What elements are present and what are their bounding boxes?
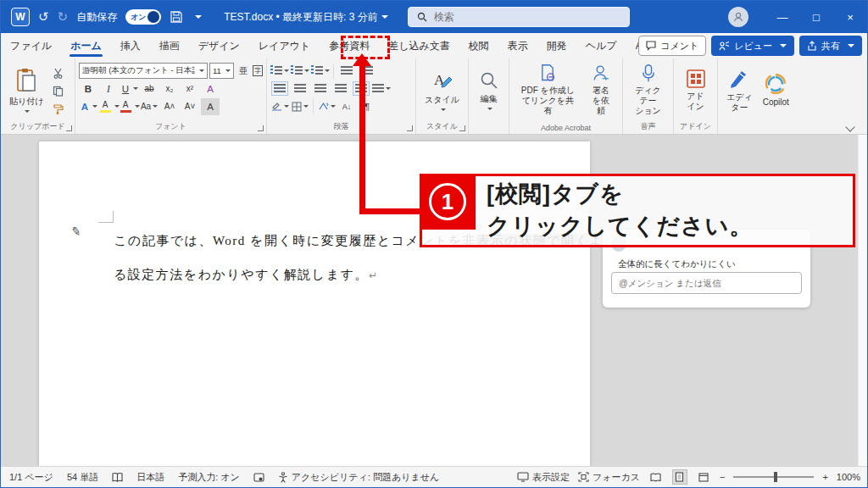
comment-reply-input[interactable]: [611, 272, 802, 294]
align-right-button[interactable]: [311, 80, 330, 97]
align-center-button[interactable]: [291, 80, 309, 97]
track-changes-pen-icon[interactable]: ✎: [70, 224, 82, 239]
redo-button[interactable]: ↻: [58, 9, 69, 25]
proofing-icon[interactable]: [112, 472, 123, 483]
underline-dropdown-icon: [133, 87, 138, 90]
status-bar: 1/1 ページ 54 単語 日本語 予測入力: オン アクセシビリティ: 問題あ…: [1, 466, 867, 487]
styles-button[interactable]: A スタイル: [420, 62, 465, 118]
share-button[interactable]: 共有: [799, 36, 862, 56]
tab-mailings[interactable]: 差し込み文書: [379, 33, 459, 58]
format-painter-button[interactable]: [48, 100, 67, 117]
enclose-characters-button[interactable]: 字: [253, 63, 263, 80]
justify-button[interactable]: [331, 80, 350, 97]
highlight-color-button[interactable]: A: [99, 98, 118, 115]
page-indicator[interactable]: 1/1 ページ: [9, 471, 53, 484]
copy-button[interactable]: [48, 82, 67, 99]
font-dialog-launcher-icon[interactable]: [258, 125, 264, 131]
font-name-select[interactable]: 游明朝 (本文のフォント - 日本語): [79, 63, 208, 79]
recording-icon[interactable]: [253, 472, 264, 483]
subscript-button[interactable]: x₂: [160, 80, 179, 97]
asian-layout-button[interactable]: [317, 98, 336, 115]
zoom-percentage[interactable]: 100%: [837, 472, 860, 482]
tab-home[interactable]: ホーム: [61, 33, 111, 58]
save-icon[interactable]: [170, 10, 183, 24]
paste-button[interactable]: 貼り付け: [4, 62, 48, 118]
web-layout-button[interactable]: [696, 469, 711, 485]
collapse-ribbon-icon[interactable]: [847, 124, 855, 129]
numbered-list-button[interactable]: [291, 63, 309, 80]
align-left-button[interactable]: [270, 80, 289, 97]
document-title[interactable]: TEST.docx • 最終更新日時: 3 分前: [224, 10, 388, 25]
print-layout-button[interactable]: [672, 469, 687, 485]
shading-dropdown-icon: [284, 105, 289, 108]
minimize-button[interactable]: —: [765, 1, 799, 33]
borders-button[interactable]: [291, 98, 309, 115]
accessibility-status[interactable]: アクセシビリティ: 問題ありません: [278, 471, 439, 484]
shrink-font-button[interactable]: A˅: [181, 98, 199, 115]
search-box[interactable]: [408, 7, 630, 27]
cut-button[interactable]: [48, 64, 67, 81]
copilot-button[interactable]: Copilot: [758, 62, 794, 118]
tab-design[interactable]: デザイン: [189, 33, 249, 58]
language-indicator[interactable]: 日本語: [136, 471, 164, 484]
tab-review[interactable]: 校閲: [459, 33, 498, 58]
read-mode-button[interactable]: [648, 469, 664, 485]
addins-button[interactable]: アド イン: [677, 62, 714, 118]
font-color-button[interactable]: A: [120, 98, 138, 115]
grow-font-button[interactable]: A˄: [160, 98, 179, 115]
ruby-button[interactable]: 亜: [236, 63, 251, 80]
strikethrough-button[interactable]: ab: [140, 80, 159, 97]
close-button[interactable]: ×: [833, 1, 867, 33]
clipboard-dialog-launcher-icon[interactable]: [66, 125, 72, 131]
tab-layout[interactable]: レイアウト: [249, 33, 320, 58]
tab-help[interactable]: ヘルプ: [576, 33, 626, 58]
italic-button[interactable]: I: [99, 80, 118, 97]
autosave-toggle[interactable]: オン: [125, 9, 161, 25]
request-signature-button[interactable]: 署名 を依頼: [583, 62, 619, 118]
clear-formatting-button[interactable]: A: [201, 80, 220, 97]
bold-button[interactable]: B: [79, 80, 97, 97]
undo-button[interactable]: ↺: [38, 9, 49, 25]
tab-draw[interactable]: 描画: [150, 33, 189, 58]
vertical-scrollbar[interactable]: [858, 135, 867, 467]
zoom-in-button[interactable]: +: [822, 472, 827, 482]
text-effects-button[interactable]: A: [79, 98, 97, 115]
paragraph-dialog-launcher-icon[interactable]: [407, 125, 413, 131]
change-case-button[interactable]: Aa: [140, 98, 159, 115]
text-prediction-indicator[interactable]: 予測入力: オン: [178, 471, 240, 484]
focus-button[interactable]: フォーカス: [578, 471, 640, 484]
superscript-button[interactable]: x²: [181, 80, 199, 97]
shading-button[interactable]: [270, 98, 289, 115]
underline-button[interactable]: U: [120, 80, 138, 97]
document-line-2[interactable]: る設定方法をわかりやすく解説します。↵: [114, 267, 378, 283]
comments-button[interactable]: コメント: [638, 36, 706, 56]
multilevel-list-button[interactable]: [311, 63, 330, 80]
maximize-button[interactable]: □: [799, 1, 833, 33]
search-input[interactable]: [434, 11, 604, 23]
zoom-slider[interactable]: [733, 476, 814, 478]
dictation-button[interactable]: ディクテー ション: [626, 62, 670, 118]
quick-access-dropdown-icon[interactable]: [195, 15, 202, 19]
zoom-slider-knob[interactable]: [774, 472, 777, 482]
zoom-out-button[interactable]: −: [720, 472, 725, 482]
request-signature-label: 署名 を依頼: [588, 86, 614, 116]
bullet-list-button[interactable]: [270, 63, 289, 80]
line-spacing-button[interactable]: [372, 80, 391, 97]
character-shading-button[interactable]: A: [201, 98, 220, 115]
font-size-select[interactable]: 11: [209, 63, 234, 79]
sort-button[interactable]: A↓: [337, 98, 356, 115]
create-pdf-button[interactable]: PDF を作成し てリンクを共有: [513, 62, 583, 118]
tab-file[interactable]: ファイル: [1, 33, 61, 58]
share-dropdown-icon: [848, 44, 854, 47]
styles-dialog-launcher-icon[interactable]: [459, 125, 465, 131]
tab-insert[interactable]: 挿入: [111, 33, 150, 58]
editor-button[interactable]: エディ ター: [721, 62, 758, 118]
account-avatar[interactable]: [728, 7, 748, 27]
display-settings-button[interactable]: 表示設定: [517, 471, 570, 484]
word-count[interactable]: 54 単語: [67, 471, 98, 484]
editing-button[interactable]: 編集: [472, 62, 505, 118]
tab-developer[interactable]: 開発: [537, 33, 576, 58]
editing-button-label: 編集: [481, 93, 498, 105]
tab-view[interactable]: 表示: [498, 33, 537, 58]
review-button[interactable]: レビュー: [711, 36, 794, 56]
